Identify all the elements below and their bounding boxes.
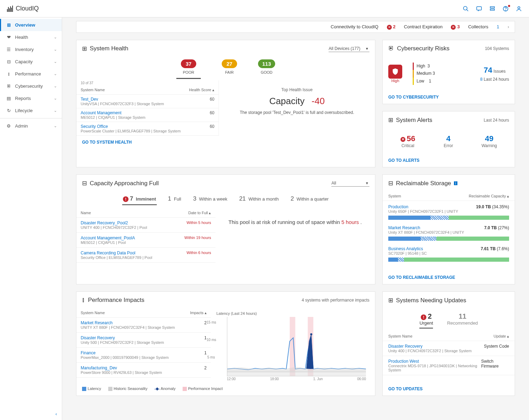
chevron-down-icon: ⌄ [54, 35, 57, 39]
updates-icon: ⊞ [388, 297, 393, 304]
performance-icon: ⫿ [82, 297, 85, 304]
sidebar-item-inventory[interactable]: ☰Inventory⌄ [0, 43, 62, 56]
collectors-count[interactable]: 1 [497, 24, 499, 29]
nav-label: Health [15, 35, 28, 40]
sidebar-item-health[interactable]: ❤Health⌄ [0, 31, 62, 43]
storage-icon: ⊟ [388, 180, 393, 187]
table-row[interactable]: Production WestConnectrix MDS-9718 | JPG… [383, 356, 515, 375]
capacity-card: ⊟Capacity Approaching Full All ▾ !7 Immi… [76, 174, 375, 284]
chevron-down-icon: ⌄ [54, 84, 57, 88]
table-row[interactable]: Market ResearchUNITY XT 880F | FCNCH0972… [76, 318, 211, 333]
sidebar-item-capacity[interactable]: ⊟Capacity⌄ [0, 56, 62, 68]
cyber-link[interactable]: GO TO CYBERSECURITY [383, 90, 515, 104]
issues-count[interactable]: 74 [484, 66, 492, 74]
table-row[interactable]: Account Management_PoolAME5012 | CIQAPU1… [76, 233, 215, 248]
nav-icon: ⛨ [6, 84, 12, 89]
system-health-title: System Health [90, 45, 128, 52]
nav-label: Capacity [15, 59, 33, 64]
capacity-tab[interactable]: 1 Full [167, 193, 182, 205]
table-count: 10 of 37 [76, 80, 219, 86]
chevron-down-icon: ▾ [366, 46, 368, 51]
table-row[interactable]: Disaster Recovery_Pool2UNITY 400 | FCNCH… [76, 218, 215, 233]
nav-icon: ↻ [6, 108, 12, 113]
contract-label: Contract Expiration [404, 24, 443, 29]
critical-alerts[interactable]: ✕56Critical [401, 134, 415, 148]
recommended-tab[interactable]: 11Recommended [447, 312, 478, 328]
chevron-down-icon: ▾ [366, 181, 368, 186]
y-tick: 15 ms [207, 320, 216, 324]
device-filter-select[interactable]: All Devices (177)▾ [329, 45, 369, 52]
performance-card: ⫿Performance Impacts 4 systems with perf… [76, 291, 375, 396]
table-row[interactable]: FinancePowerMax_2000 | 000197900049 | St… [76, 348, 211, 363]
list-item[interactable]: Business Analytics7.61 TB (7.6%)SC7020F … [388, 246, 509, 262]
connectivity-count[interactable]: 2 [393, 24, 396, 29]
issue-name: Capacity [269, 96, 304, 106]
updates-link[interactable]: GO TO UPDATES [383, 382, 515, 396]
cyber-systems: 104 Systems [485, 46, 509, 51]
urgent-tab[interactable]: !2Urgent [419, 312, 433, 328]
y-tick: 5 ms [207, 355, 215, 359]
y-tick: 10 ms [207, 338, 216, 342]
system-health-link[interactable]: GO TO SYSTEM HEALTH [76, 136, 375, 149]
table-row[interactable]: Disaster RecoveryUnity 400 | FCNCH0972C3… [383, 341, 515, 356]
fair-pill[interactable]: 27FAIR [222, 59, 237, 79]
col-score: Health Score [189, 88, 211, 92]
system-alerts-card: ⊞System Alerts Last 24 hours ✕56Critical… [382, 111, 515, 167]
sidebar-collapse-button[interactable]: ‹ [0, 408, 62, 420]
latency-chart [227, 317, 366, 376]
sidebar-item-overview[interactable]: ⊞Overview [0, 19, 62, 31]
table-row[interactable]: 60Test_DevUnityVSA | FCNCH0972C32F3 | St… [76, 95, 219, 108]
capacity-tab[interactable]: 2 Within a quarter [290, 193, 329, 205]
tasks-icon[interactable] [489, 6, 495, 12]
info-icon[interactable]: i [454, 181, 457, 185]
chat-icon[interactable] [476, 6, 482, 12]
good-pill[interactable]: 113GOOD [258, 59, 275, 79]
poor-pill[interactable]: 37POOR [176, 59, 201, 79]
legend-impact: Performance Impact [188, 386, 223, 391]
contract-count[interactable]: 3 [457, 24, 460, 29]
nav-label: Performance [15, 71, 41, 77]
chevron-right-icon[interactable]: › [508, 24, 509, 29]
capacity-title: Capacity Approaching Full [90, 180, 159, 187]
help-icon[interactable] [502, 6, 509, 12]
cybersecurity-card: ⛨Cybersecurity Risks 104 Systems High Hi… [382, 40, 515, 104]
sidebar-item-lifecycle[interactable]: ↻Lifecycle⌄ [0, 104, 62, 117]
warning-alerts[interactable]: 49Warning [482, 134, 497, 148]
sidebar-admin-label: Admin [15, 123, 28, 129]
user-icon[interactable] [516, 6, 522, 12]
svg-point-6 [506, 10, 506, 10]
shield-badge-icon [388, 65, 402, 79]
sidebar-item-cybersecurity[interactable]: ⛨Cybersecurity⌄ [0, 80, 62, 92]
reclaim-link[interactable]: GO TO RECLAIMABLE STORAGE [383, 271, 515, 284]
nav-icon: ⊞ [6, 22, 12, 28]
table-row[interactable]: Camera Recording Data PoolSecurity Offic… [76, 248, 215, 263]
capacity-tab[interactable]: !7 Imminent [122, 193, 157, 205]
col-name: Name [81, 211, 91, 215]
brand-icon [7, 6, 13, 12]
table-row[interactable]: 60Account ManagementME5012 | CIQAPU1 | S… [76, 108, 219, 122]
svg-rect-3 [490, 7, 494, 8]
sidebar-item-admin[interactable]: ⚙ Admin ⌄ [0, 120, 62, 132]
list-item[interactable]: Market Research7.0 TB (27%)Unity XT 880F… [388, 225, 509, 241]
sidebar-item-reports[interactable]: ▤Reports⌄ [0, 92, 62, 104]
last24-count[interactable]: 8 [480, 77, 483, 82]
alert-icon: ⊞ [388, 116, 393, 124]
alerts-link[interactable]: GO TO ALERTS [383, 154, 515, 167]
search-icon[interactable] [463, 6, 469, 12]
table-row[interactable]: Manufacturing_DevPowerStore 9000 | RV429… [76, 363, 211, 378]
error-icon: ✕ [387, 25, 392, 30]
table-row[interactable]: 60Security OfficePowerScale Cluster | EL… [76, 122, 219, 136]
capacity-tab[interactable]: 3 Within a week [192, 193, 228, 205]
capacity-tab[interactable]: 21 Within a month [238, 193, 279, 205]
error-icon: ✕ [451, 25, 456, 30]
capacity-filter-select[interactable]: All ▾ [331, 180, 369, 187]
risk-msg: This pool is at risk of running out of s… [228, 219, 341, 225]
error-alerts[interactable]: 4Error [444, 134, 453, 148]
list-item[interactable]: Production19.0 TB (34.35%)Unity 650F | F… [388, 204, 509, 220]
risk-time: 5 hours [341, 219, 359, 225]
sidebar-item-performance[interactable]: ⫿Performance⌄ [0, 68, 62, 80]
chevron-down-icon: ⌄ [54, 108, 57, 113]
col-cap: Reclaimable Capacity [469, 194, 506, 198]
legend-hist: Historic Seasonality [114, 386, 148, 391]
table-row[interactable]: Disaster RecoveryUnity 500 | FCNCH0972C3… [76, 333, 211, 348]
